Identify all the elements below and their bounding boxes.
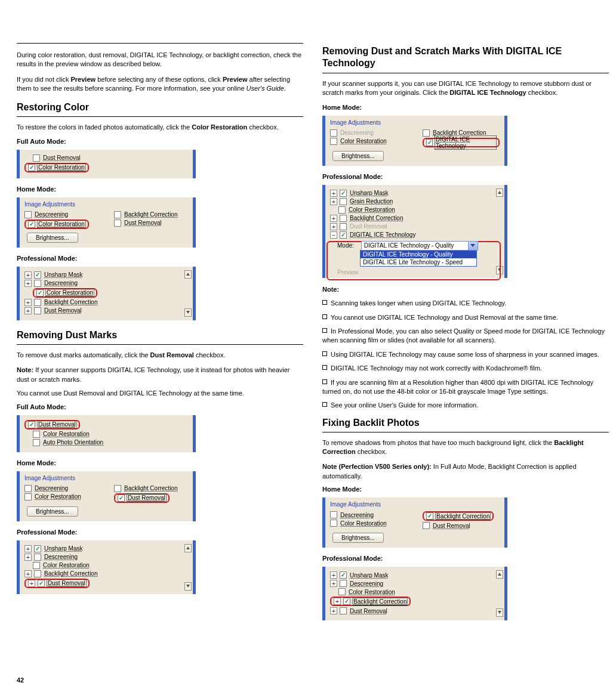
r-cb-descreen-4[interactable] bbox=[340, 580, 347, 587]
label-color-6: Color Restoration bbox=[42, 562, 90, 568]
expand-unsharp-6[interactable]: + bbox=[24, 545, 32, 552]
checkbox-color-1[interactable] bbox=[28, 164, 35, 171]
checkbox-descreen-6[interactable] bbox=[34, 554, 41, 561]
expand-dust-6[interactable]: + bbox=[28, 580, 35, 587]
checkbox-dust-6[interactable] bbox=[38, 580, 45, 587]
r-cb-bl-2[interactable] bbox=[340, 215, 347, 222]
r-exp-bl-4[interactable]: + bbox=[334, 598, 341, 605]
brightness-button-2[interactable]: Brightness... bbox=[27, 233, 78, 243]
r-panel3-title: Image Adjustments bbox=[330, 501, 500, 508]
r-cb-dice-2[interactable] bbox=[340, 231, 347, 239]
r-cb-bl-3[interactable] bbox=[426, 512, 433, 520]
expand-unsharp-3[interactable]: + bbox=[24, 271, 32, 279]
r-cb-color-3[interactable] bbox=[330, 520, 337, 527]
r-cb-color-1[interactable] bbox=[330, 138, 337, 145]
expand-backlight-3[interactable]: + bbox=[24, 299, 32, 306]
highlight-dust-6: + Dust Removal bbox=[24, 579, 90, 588]
r-exp-dice-2[interactable]: − bbox=[330, 231, 337, 239]
expand-dust-3[interactable]: + bbox=[24, 307, 32, 314]
r-exp-dust-2[interactable]: + bbox=[330, 223, 337, 230]
r-dice-opt2[interactable]: DIGITAL ICE Lite Technology - Speed bbox=[361, 258, 476, 266]
dust-note-1: Note: If your scanner supports DIGITAL I… bbox=[17, 366, 303, 384]
checkbox-descreen-3[interactable] bbox=[34, 280, 41, 287]
r-scroll-up-2[interactable] bbox=[496, 189, 503, 197]
r-brightness-3[interactable]: Brightness... bbox=[332, 533, 384, 543]
panel-home-color: Image Adjustments Descreening Color Rest… bbox=[17, 197, 196, 248]
r-dice-dd-btn[interactable] bbox=[468, 242, 478, 250]
label-descreen-3: Descreening bbox=[44, 280, 78, 286]
r-cb-color-4[interactable] bbox=[338, 588, 346, 595]
label-descreen-5: Descreening bbox=[34, 485, 69, 492]
dust-note-2: You cannot use Dust Removal and DIGITAL … bbox=[17, 389, 303, 398]
r-cb-dust-4[interactable] bbox=[340, 607, 347, 614]
r-cb-bl-4[interactable] bbox=[343, 598, 350, 605]
r-lab-dice-2: DIGITAL ICE Technology bbox=[349, 231, 416, 238]
text-dust: To remove dust marks automatically, clic… bbox=[17, 351, 303, 360]
label-dust-5: Dust Removal bbox=[127, 495, 166, 501]
rn4: DIGITAL ICE Technology may not work corr… bbox=[322, 364, 609, 373]
scroll-down-3[interactable] bbox=[184, 308, 192, 317]
r-exp-unsharp[interactable]: + bbox=[330, 190, 337, 197]
checkbox-dust-3[interactable] bbox=[34, 307, 41, 314]
scroll-up-6[interactable] bbox=[184, 544, 192, 552]
r-scroll-down-4[interactable] bbox=[496, 608, 503, 617]
checkbox-color-2[interactable] bbox=[28, 221, 35, 228]
r-scroll-up-4[interactable] bbox=[496, 570, 503, 579]
highlight-dust-5: Dust Removal bbox=[114, 493, 170, 503]
r-brightness-1[interactable]: Brightness... bbox=[332, 151, 384, 161]
r-dice-dropdown[interactable]: DIGITAL ICE Technology - Quality bbox=[361, 241, 478, 251]
label-home-2: Home Mode: bbox=[17, 459, 303, 466]
r-cb-dust-2[interactable] bbox=[340, 223, 347, 230]
r-cb-grain[interactable] bbox=[340, 198, 347, 205]
label-dust-1: Dust Removal bbox=[42, 154, 81, 161]
r-lab-grain: Grain Reduction bbox=[349, 198, 393, 205]
checkbox-backlight-5[interactable] bbox=[114, 485, 121, 492]
r-cb-dust-3[interactable] bbox=[423, 522, 430, 529]
r-exp-unsharp-4[interactable]: + bbox=[330, 571, 337, 579]
label-home-r2: Home Mode: bbox=[322, 486, 609, 493]
expand-backlight-6[interactable]: + bbox=[24, 570, 32, 577]
text-backlit: To remove shadows from photos that have … bbox=[322, 438, 609, 457]
label-dust-4: Dust Removal bbox=[38, 421, 76, 428]
checkbox-color-4[interactable] bbox=[33, 431, 40, 438]
r-panel1-title: Image Adjustments bbox=[330, 119, 500, 126]
checkbox-color-6[interactable] bbox=[33, 562, 40, 569]
expand-descreen-3[interactable]: + bbox=[24, 280, 32, 287]
checkbox-backlight-2[interactable] bbox=[114, 211, 121, 218]
checkbox-color-5[interactable] bbox=[24, 493, 32, 500]
checkbox-backlight-3[interactable] bbox=[34, 299, 41, 306]
scroll-up-3[interactable] bbox=[184, 270, 192, 279]
checkbox-descreen-5[interactable] bbox=[24, 485, 32, 492]
checkbox-backlight-6[interactable] bbox=[34, 570, 41, 577]
r-lab-bl-3: Backlight Correction bbox=[436, 513, 490, 520]
checkbox-dust-5[interactable] bbox=[118, 495, 125, 502]
r-cb-descreen-1[interactable] bbox=[330, 129, 337, 137]
brightness-button-5[interactable]: Brightness... bbox=[27, 506, 78, 517]
r-cb-descreen-3[interactable] bbox=[330, 511, 337, 518]
checkbox-dust-4[interactable] bbox=[28, 421, 35, 428]
r-cb-unsharp[interactable] bbox=[340, 190, 347, 197]
r-lab-unsharp: Unsharp Mask bbox=[349, 190, 389, 196]
checkbox-color-3[interactable] bbox=[36, 289, 44, 296]
checkbox-unsharp-6[interactable] bbox=[34, 545, 41, 552]
r-mode-label: Mode: bbox=[337, 242, 354, 249]
r-exp-descreen-4[interactable]: + bbox=[330, 580, 337, 587]
r-lab-descreen-1: Descreening bbox=[340, 129, 374, 136]
r-scroll-down-2[interactable] bbox=[496, 266, 503, 274]
r-cb-backlight-1[interactable] bbox=[423, 129, 430, 137]
r-cb-dice-1[interactable] bbox=[426, 139, 433, 146]
expand-descreen-6[interactable]: + bbox=[24, 554, 32, 561]
r-exp-bl-2[interactable]: + bbox=[330, 215, 337, 222]
r-exp-grain[interactable]: + bbox=[330, 198, 337, 205]
r-cb-color-2[interactable] bbox=[338, 206, 346, 214]
checkbox-dust-1[interactable] bbox=[33, 154, 40, 162]
r-exp-dust-4[interactable]: + bbox=[330, 607, 337, 614]
checkbox-dust-2[interactable] bbox=[114, 220, 121, 227]
text-restoring-color: To restore the colors in faded photos au… bbox=[17, 123, 303, 132]
checkbox-auto-4[interactable] bbox=[33, 439, 40, 446]
checkbox-descreen-2[interactable] bbox=[24, 211, 32, 218]
scroll-down-6[interactable] bbox=[184, 582, 192, 591]
checkbox-unsharp-3[interactable] bbox=[34, 271, 41, 279]
r-cb-unsharp-4[interactable] bbox=[340, 571, 347, 579]
r-dice-opt1[interactable]: DIGITAL ICE Technology - Quality bbox=[361, 251, 476, 258]
